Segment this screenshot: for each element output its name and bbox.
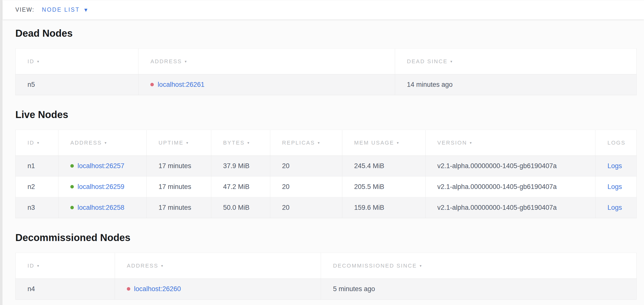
column-header-label: DECOMMISSIONED SINCE	[333, 263, 417, 269]
node-address-link[interactable]: localhost:26259	[78, 183, 124, 190]
cell-address: localhost:26258	[58, 197, 146, 218]
column-header-label: ID	[28, 58, 34, 65]
logs-link[interactable]: Logs	[607, 204, 622, 211]
cell-bytes: 50.0 MiB	[211, 197, 270, 218]
view-bar: VIEW: NODE LIST ▾	[2, 0, 644, 19]
node-status-dot-icon	[70, 206, 74, 209]
column-header-id[interactable]: ID▾	[16, 49, 138, 74]
section-live-nodes: Live NodesID▾ADDRESS▾UPTIME▾BYTES▾REPLIC…	[15, 109, 639, 218]
main-content: Dead NodesID▾ADDRESS▾DEAD SINCE▾n5localh…	[2, 28, 644, 299]
cell-bytes: 47.2 MiB	[211, 177, 270, 197]
cell-id: n5	[16, 74, 138, 95]
cell-replicas: 20	[270, 177, 342, 197]
column-header-label: ADDRESS	[150, 58, 182, 65]
sort-caret-icon: ▾	[397, 141, 399, 145]
sort-caret-icon: ▾	[420, 263, 422, 268]
dead-nodes-table: ID▾ADDRESS▾DEAD SINCE▾n5localhost:262611…	[15, 48, 636, 95]
table-row: n4localhost:262605 minutes ago	[16, 279, 636, 299]
cell-uptime: 17 minutes	[146, 197, 211, 218]
table-row: n3localhost:2625817 minutes50.0 MiB20159…	[16, 197, 636, 218]
sort-caret-icon: ▾	[318, 141, 320, 145]
sort-caret-icon: ▾	[37, 59, 39, 64]
column-header-label: BYTES	[223, 140, 245, 146]
column-header-address[interactable]: ADDRESS▾	[58, 130, 146, 156]
cell-mem-usage: 205.5 MiB	[342, 177, 425, 197]
view-selector-dropdown[interactable]: NODE LIST ▾	[42, 7, 87, 13]
header-row: ID▾ADDRESS▾DEAD SINCE▾	[16, 49, 636, 74]
section-title-dead-nodes: Dead Nodes	[15, 28, 639, 39]
section-title-live-nodes: Live Nodes	[15, 109, 639, 120]
column-header-uptime[interactable]: UPTIME▾	[146, 130, 211, 156]
cell-address: localhost:26257	[58, 156, 146, 177]
node-address-link[interactable]: localhost:26258	[78, 204, 124, 211]
column-header-dead-since[interactable]: DEAD SINCE▾	[395, 49, 636, 74]
cell-address: localhost:26260	[115, 279, 321, 299]
node-address-link[interactable]: localhost:26260	[134, 285, 181, 292]
node-status-dot-icon	[70, 185, 74, 188]
node-status-dot-icon	[150, 83, 154, 86]
sort-caret-icon: ▾	[37, 263, 39, 268]
live-nodes-table: ID▾ADDRESS▾UPTIME▾BYTES▾REPLICAS▾MEM USA…	[15, 130, 636, 218]
cell-version: v2.1-alpha.00000000-1405-gb6190407a	[425, 156, 596, 177]
column-header-id[interactable]: ID▾	[16, 253, 115, 279]
cell-bytes: 37.9 MiB	[211, 156, 270, 177]
cell-uptime: 17 minutes	[146, 156, 211, 177]
column-header-label: MEM USAGE	[354, 140, 394, 146]
logs-link[interactable]: Logs	[607, 162, 622, 170]
cell-id: n2	[16, 177, 58, 197]
cell-replicas: 20	[270, 197, 342, 218]
view-label: VIEW:	[15, 7, 34, 13]
column-header-label: REPLICAS	[282, 140, 315, 146]
column-header-mem-usage[interactable]: MEM USAGE▾	[342, 130, 425, 156]
logs-link[interactable]: Logs	[607, 183, 622, 190]
cell-mem-usage: 245.4 MiB	[342, 156, 425, 177]
table-row: n5localhost:2626114 minutes ago	[16, 74, 636, 95]
column-header-label: ADDRESS	[127, 263, 158, 269]
section-dead-nodes: Dead NodesID▾ADDRESS▾DEAD SINCE▾n5localh…	[15, 28, 639, 95]
column-header-decommissioned-since[interactable]: DECOMMISSIONED SINCE▾	[321, 253, 636, 279]
cell-version: v2.1-alpha.00000000-1405-gb6190407a	[425, 177, 596, 197]
node-address-link[interactable]: localhost:26261	[158, 81, 204, 88]
page-left-gutter	[0, 0, 2, 305]
cell-mem-usage: 159.6 MiB	[342, 197, 425, 218]
chevron-down-icon: ▾	[84, 7, 88, 13]
view-selected-value: NODE LIST	[42, 7, 80, 13]
header-row: ID▾ADDRESS▾DECOMMISSIONED SINCE▾	[16, 253, 636, 279]
column-header-version[interactable]: VERSION▾	[425, 130, 596, 156]
column-header-replicas[interactable]: REPLICAS▾	[270, 130, 342, 156]
section-decommissioned-nodes: Decommissioned NodesID▾ADDRESS▾DECOMMISS…	[15, 232, 639, 299]
column-header-address[interactable]: ADDRESS▾	[138, 49, 395, 74]
cell-address: localhost:26261	[138, 74, 395, 95]
node-address-link[interactable]: localhost:26257	[78, 162, 124, 170]
cell-decommissioned-since: 5 minutes ago	[321, 279, 636, 299]
decommissioned-nodes-table: ID▾ADDRESS▾DECOMMISSIONED SINCE▾n4localh…	[15, 253, 636, 299]
column-header-label: VERSION	[438, 140, 467, 146]
sort-caret-icon: ▾	[186, 141, 188, 145]
header-row: ID▾ADDRESS▾UPTIME▾BYTES▾REPLICAS▾MEM USA…	[16, 130, 636, 156]
column-header-id[interactable]: ID▾	[16, 130, 58, 156]
cell-dead-since: 14 minutes ago	[395, 74, 636, 95]
column-header-label: ID	[28, 140, 34, 146]
cell-address: localhost:26259	[58, 177, 146, 197]
node-status-dot-icon	[70, 164, 74, 168]
cell-version: v2.1-alpha.00000000-1405-gb6190407a	[425, 197, 596, 218]
sort-caret-icon: ▾	[161, 263, 163, 268]
column-header-label: LOGS	[607, 140, 626, 146]
column-header-logs: LOGS	[596, 130, 636, 156]
column-header-label: UPTIME	[158, 140, 184, 146]
sort-caret-icon: ▾	[104, 141, 106, 145]
cell-logs: Logs	[596, 177, 636, 197]
table-row: n2localhost:2625917 minutes47.2 MiB20205…	[16, 177, 636, 197]
cell-logs: Logs	[596, 197, 636, 218]
column-header-bytes[interactable]: BYTES▾	[211, 130, 270, 156]
cell-id: n1	[16, 156, 58, 177]
column-header-label: DEAD SINCE	[407, 58, 448, 65]
sort-caret-icon: ▾	[37, 141, 39, 145]
column-header-label: ADDRESS	[70, 140, 102, 146]
sort-caret-icon: ▾	[185, 59, 187, 64]
cell-id: n3	[16, 197, 58, 218]
column-header-label: ID	[28, 263, 34, 269]
table-row: n1localhost:2625717 minutes37.9 MiB20245…	[16, 156, 636, 177]
column-header-address[interactable]: ADDRESS▾	[115, 253, 321, 279]
sort-caret-icon: ▾	[450, 59, 452, 64]
